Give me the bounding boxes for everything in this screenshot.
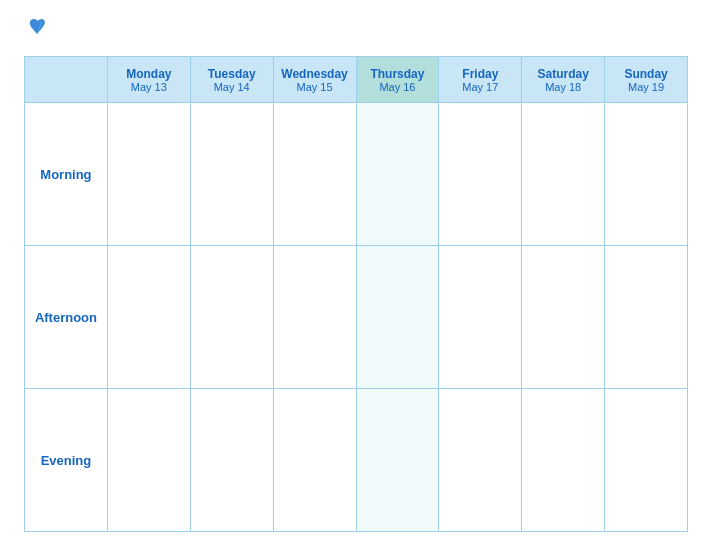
header-col-sunday: SundayMay 19 — [605, 57, 688, 103]
col-day-date: May 18 — [526, 81, 600, 93]
cell-afternoon-saturday — [522, 246, 605, 389]
cell-evening-wednesday — [273, 389, 356, 532]
row-header-morning: Morning — [25, 103, 108, 246]
row-header-evening: Evening — [25, 389, 108, 532]
table-header-row: MondayMay 13TuesdayMay 14WednesdayMay 15… — [25, 57, 688, 103]
logo-bird-icon — [26, 18, 48, 36]
cell-afternoon-sunday — [605, 246, 688, 389]
col-day-name: Monday — [112, 67, 186, 81]
cell-morning-sunday — [605, 103, 688, 246]
cell-evening-saturday — [522, 389, 605, 532]
col-day-name: Wednesday — [278, 67, 352, 81]
cell-morning-tuesday — [190, 103, 273, 246]
cell-evening-tuesday — [190, 389, 273, 532]
header-col-saturday: SaturdayMay 18 — [522, 57, 605, 103]
col-day-name: Friday — [443, 67, 517, 81]
cell-afternoon-tuesday — [190, 246, 273, 389]
cell-morning-thursday — [356, 103, 439, 246]
daily-planner-header — [25, 57, 108, 103]
col-day-date: May 17 — [443, 81, 517, 93]
col-day-name: Sunday — [609, 67, 683, 81]
header-col-friday: FridayMay 17 — [439, 57, 522, 103]
cell-evening-sunday — [605, 389, 688, 532]
cell-evening-friday — [439, 389, 522, 532]
col-day-date: May 16 — [361, 81, 435, 93]
cell-evening-monday — [107, 389, 190, 532]
cell-afternoon-wednesday — [273, 246, 356, 389]
cell-afternoon-thursday — [356, 246, 439, 389]
row-header-afternoon: Afternoon — [25, 246, 108, 389]
col-day-date: May 19 — [609, 81, 683, 93]
header-col-monday: MondayMay 13 — [107, 57, 190, 103]
col-day-date: May 14 — [195, 81, 269, 93]
header — [24, 18, 688, 42]
cell-morning-monday — [107, 103, 190, 246]
header-col-tuesday: TuesdayMay 14 — [190, 57, 273, 103]
table-row-evening: Evening — [25, 389, 688, 532]
col-day-date: May 15 — [278, 81, 352, 93]
table-row-morning: Morning — [25, 103, 688, 246]
cell-morning-saturday — [522, 103, 605, 246]
cell-morning-friday — [439, 103, 522, 246]
col-day-name: Saturday — [526, 67, 600, 81]
cell-morning-wednesday — [273, 103, 356, 246]
col-day-name: Thursday — [361, 67, 435, 81]
table-row-afternoon: Afternoon — [25, 246, 688, 389]
calendar-table: MondayMay 13TuesdayMay 14WednesdayMay 15… — [24, 56, 688, 532]
cell-afternoon-monday — [107, 246, 190, 389]
header-col-wednesday: WednesdayMay 15 — [273, 57, 356, 103]
col-day-name: Tuesday — [195, 67, 269, 81]
col-day-date: May 13 — [112, 81, 186, 93]
cell-evening-thursday — [356, 389, 439, 532]
cell-afternoon-friday — [439, 246, 522, 389]
logo — [24, 18, 48, 42]
header-col-thursday: ThursdayMay 16 — [356, 57, 439, 103]
